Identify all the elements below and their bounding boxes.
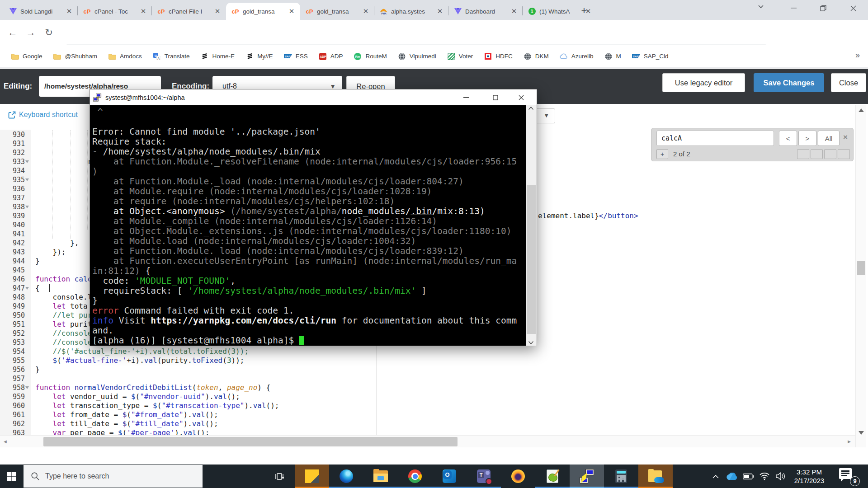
tab-close-icon[interactable]: ✕	[65, 7, 73, 15]
bookmark-ess[interactable]: SAPESS	[284, 53, 308, 60]
tray-chevron-up-icon[interactable]	[708, 465, 724, 488]
bookmark--shubham[interactable]: @Shubham	[53, 53, 98, 60]
search-selection-toggle[interactable]	[838, 149, 850, 159]
tab-close-icon[interactable]: ✕	[362, 7, 370, 15]
search-next-button[interactable]: >	[798, 131, 816, 146]
bookmark-azurelib[interactable]: Azurelib	[560, 53, 594, 60]
tab-close-icon[interactable]: ✕	[213, 7, 222, 15]
bookmark-hdfc[interactable]: HDFC	[484, 53, 513, 60]
bookmark-voter[interactable]: Voter	[447, 53, 473, 60]
taskbar-app-firefox[interactable]	[501, 465, 535, 488]
bookmark-vipulmedi[interactable]: Vipulmedi	[398, 53, 436, 60]
search-close-button[interactable]: ×	[843, 133, 848, 142]
search-regex-toggle[interactable]	[797, 149, 809, 159]
save-changes-button[interactable]: Save Changes	[754, 73, 824, 92]
fold-arrow-icon[interactable]	[25, 386, 29, 389]
close-button[interactable]: Close	[831, 73, 866, 92]
tab-close-icon[interactable]: ✕	[510, 7, 518, 15]
taskbar-app-chrome[interactable]	[398, 465, 432, 488]
terminal-scroll-down[interactable]	[528, 341, 534, 345]
window-close-button[interactable]	[838, 0, 868, 16]
notification-center-button[interactable]: 9	[839, 467, 860, 486]
taskbar-search-box[interactable]: Type here to search	[24, 465, 203, 488]
browser-tab-1[interactable]: Sold Langdi✕	[4, 3, 78, 20]
bookmarks-overflow-chevron[interactable]: »	[855, 51, 860, 60]
tab-close-icon[interactable]: ✕	[139, 7, 147, 15]
forward-button[interactable]: →	[24, 26, 37, 39]
horizontal-scrollbar-thumb[interactable]	[43, 437, 458, 446]
back-button[interactable]: ←	[6, 26, 19, 39]
bookmark-amdocs[interactable]: Amdocs	[108, 53, 142, 60]
bookmark-adp[interactable]: ADPADP	[319, 53, 343, 60]
refresh-button[interactable]: ↻	[42, 26, 55, 39]
taskbar-app-onedrive-folder[interactable]	[638, 465, 673, 488]
bookmark-dkm[interactable]: DKM	[524, 53, 549, 60]
bookmark-sap-cld[interactable]: SAPSAP_Cld	[632, 53, 669, 60]
search-input[interactable]	[656, 131, 774, 146]
bookmark-translate[interactable]: GATranslate	[153, 53, 190, 60]
taskbar-app-sticky-notes[interactable]	[295, 465, 329, 488]
taskbar-app-file-explorer[interactable]	[363, 465, 398, 488]
bookmark-google[interactable]: Google	[11, 53, 42, 60]
scroll-up-arrow[interactable]	[859, 108, 864, 112]
onedrive-cloud-icon[interactable]	[724, 465, 740, 488]
tab-close-icon[interactable]: ✕	[288, 7, 296, 15]
browser-tab-2[interactable]: cPcPanel - Toc✕	[78, 3, 152, 20]
terminal-scrollbar-thumb[interactable]	[527, 185, 536, 334]
search-add-button[interactable]: +	[656, 149, 668, 159]
fold-arrow-icon[interactable]	[25, 178, 29, 181]
window-maximize-button[interactable]	[808, 0, 838, 16]
taskbar-app-calculator[interactable]	[604, 465, 638, 488]
keyboard-shortcuts-link[interactable]: Keyboard shortcut	[8, 111, 78, 119]
terminal-scroll-up[interactable]	[528, 106, 534, 110]
fold-arrow-icon[interactable]	[25, 287, 29, 290]
scroll-left-arrow[interactable]: ◄	[3, 439, 8, 444]
terminal-maximize-button[interactable]	[484, 89, 507, 105]
horizontal-scrollbar[interactable]: ◄ ►	[0, 435, 855, 447]
taskbar-app-teams[interactable]	[467, 465, 501, 488]
terminal-title-bar[interactable]: systest@mfhs1004:~/alpha	[90, 89, 537, 105]
fold-arrow-icon[interactable]	[25, 206, 29, 208]
taskbar-app-putty[interactable]	[570, 465, 604, 488]
battery-icon[interactable]	[740, 465, 756, 488]
search-case-toggle[interactable]	[811, 149, 823, 159]
scroll-right-arrow[interactable]: ►	[847, 439, 852, 444]
window-minimize-button[interactable]	[778, 0, 808, 16]
taskbar-app-edge[interactable]	[329, 465, 363, 488]
vertical-scrollbar-thumb[interactable]	[857, 261, 865, 275]
terminal-scrollbar[interactable]	[526, 105, 537, 346]
search-prev-button[interactable]: <	[779, 131, 797, 146]
vertical-scrollbar[interactable]	[855, 105, 866, 447]
start-button[interactable]	[0, 465, 24, 488]
bookmark-my-e[interactable]: My//E	[245, 53, 273, 60]
bookmark-home-e[interactable]: Home-E	[201, 53, 235, 60]
volume-icon[interactable]	[773, 465, 789, 488]
browser-tab-5[interactable]: cPgold_transa✕	[300, 3, 374, 20]
tab-search-chevron-icon[interactable]	[758, 5, 764, 9]
wifi-icon[interactable]	[756, 465, 773, 488]
adp-icon: ADP	[319, 53, 327, 60]
search-word-toggle[interactable]	[824, 149, 836, 159]
line-number: 949	[2, 302, 25, 311]
search-all-button[interactable]: All	[818, 131, 840, 146]
use-legacy-editor-button[interactable]: Use legacy editor	[662, 73, 745, 92]
taskbar-app-outlook[interactable]	[432, 465, 467, 488]
bookmark-label: Home-E	[212, 53, 235, 60]
terminal-minimize-button[interactable]	[454, 89, 478, 105]
task-view-button[interactable]	[268, 465, 291, 488]
browser-tab-7[interactable]: Dashboard✕	[448, 3, 523, 20]
bookmark-m[interactable]: M	[604, 53, 621, 60]
folder-icon	[108, 53, 116, 60]
fold-arrow-icon[interactable]	[25, 160, 29, 163]
tab-close-icon[interactable]: ✕	[436, 7, 444, 15]
taskbar-clock[interactable]: 3:32 PM 2/17/2023	[789, 468, 830, 485]
taskbar-app-notepad-plus-plus[interactable]	[535, 465, 570, 488]
bookmark-routem[interactable]: RmRouteM	[354, 53, 387, 60]
new-tab-button[interactable]: +	[578, 5, 590, 17]
scroll-down-arrow[interactable]	[859, 431, 864, 435]
browser-tab-3[interactable]: cPcPanel File I✕	[152, 3, 226, 20]
terminal-close-button[interactable]	[509, 89, 533, 105]
terminal-output[interactable]: ^Error: Cannot find module '../package.j…	[90, 105, 527, 346]
browser-tab-6[interactable]: PMAalpha.systes✕	[374, 3, 448, 20]
browser-tab-4[interactable]: cPgold_transa✕	[226, 3, 300, 20]
